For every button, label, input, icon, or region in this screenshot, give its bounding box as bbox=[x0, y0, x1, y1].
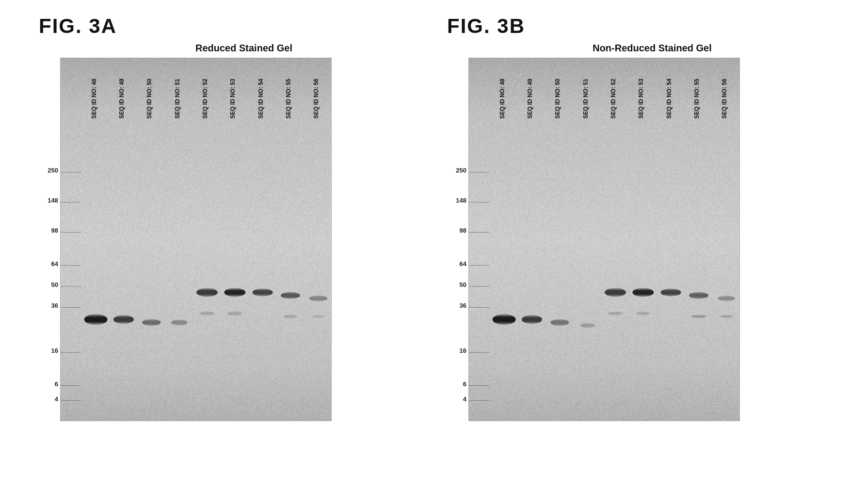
column-headers: SEQ ID NO: 48SEQ ID NO: 49SEQ ID NO: 50S… bbox=[61, 58, 332, 121]
mw-label-16: 16 bbox=[460, 347, 466, 354]
col-header-8: SEQ ID NO: 56 bbox=[721, 79, 728, 119]
gel-wrapper-fig3b: 250148986450361664SEQ ID NO: 48SEQ ID NO… bbox=[447, 58, 740, 421]
mw-label-6: 6 bbox=[55, 380, 58, 388]
mw-label-6: 6 bbox=[463, 380, 466, 388]
gel-title-fig3a: Reduced Stained Gel bbox=[195, 43, 292, 54]
col-header-1: SEQ ID NO: 49 bbox=[118, 79, 125, 119]
mw-label-36: 36 bbox=[51, 302, 58, 309]
mw-label-64: 64 bbox=[460, 260, 466, 268]
col-header-1: SEQ ID NO: 49 bbox=[527, 79, 533, 119]
mw-label-16: 16 bbox=[51, 347, 58, 354]
mw-label-148: 148 bbox=[48, 197, 58, 204]
mw-label-98: 98 bbox=[51, 227, 58, 234]
column-headers: SEQ ID NO: 48SEQ ID NO: 49SEQ ID NO: 50S… bbox=[469, 58, 740, 121]
mw-label-50: 50 bbox=[51, 281, 58, 288]
col-header-0: SEQ ID NO: 48 bbox=[499, 79, 506, 119]
gel-title-fig3b: Non-Reduced Stained Gel bbox=[593, 43, 712, 54]
col-header-3: SEQ ID NO: 51 bbox=[174, 79, 181, 119]
mw-label-4: 4 bbox=[463, 395, 466, 403]
mw-column: 250148986450361664 bbox=[39, 58, 60, 421]
col-header-6: SEQ ID NO: 54 bbox=[666, 79, 673, 119]
col-header-5: SEQ ID NO: 53 bbox=[638, 79, 644, 119]
gel-image-fig3b: SEQ ID NO: 48SEQ ID NO: 49SEQ ID NO: 50S… bbox=[468, 58, 740, 421]
col-header-8: SEQ ID NO: 56 bbox=[313, 79, 320, 119]
col-header-4: SEQ ID NO: 52 bbox=[610, 79, 617, 119]
col-header-2: SEQ ID NO: 50 bbox=[146, 79, 153, 119]
col-header-7: SEQ ID NO: 55 bbox=[693, 79, 700, 119]
fig-label-fig3b: FIG. 3B bbox=[447, 15, 525, 38]
figure-fig3a: FIG. 3AReduced Stained Gel25014898645036… bbox=[29, 15, 428, 421]
mw-label-36: 36 bbox=[460, 302, 466, 309]
col-header-7: SEQ ID NO: 55 bbox=[285, 79, 292, 119]
mw-label-50: 50 bbox=[460, 281, 466, 288]
col-header-6: SEQ ID NO: 54 bbox=[257, 79, 264, 119]
page: FIG. 3AReduced Stained Gel25014898645036… bbox=[0, 0, 865, 504]
mw-label-4: 4 bbox=[55, 395, 58, 403]
mw-label-98: 98 bbox=[460, 227, 466, 234]
mw-label-250: 250 bbox=[48, 167, 58, 174]
gel-wrapper-fig3a: 250148986450361664SEQ ID NO: 48SEQ ID NO… bbox=[39, 58, 332, 421]
figure-fig3b: FIG. 3BNon-Reduced Stained Gel2501489864… bbox=[428, 15, 836, 421]
col-header-4: SEQ ID NO: 52 bbox=[202, 79, 208, 119]
col-header-0: SEQ ID NO: 48 bbox=[91, 79, 97, 119]
gel-image-fig3a: SEQ ID NO: 48SEQ ID NO: 49SEQ ID NO: 50S… bbox=[60, 58, 332, 421]
col-header-5: SEQ ID NO: 53 bbox=[229, 79, 236, 119]
col-header-2: SEQ ID NO: 50 bbox=[554, 79, 561, 119]
mw-label-250: 250 bbox=[456, 167, 466, 174]
fig-label-fig3a: FIG. 3A bbox=[39, 15, 117, 38]
mw-label-64: 64 bbox=[51, 260, 58, 268]
col-header-3: SEQ ID NO: 51 bbox=[582, 79, 589, 119]
mw-column: 250148986450361664 bbox=[447, 58, 468, 421]
mw-label-148: 148 bbox=[456, 197, 466, 204]
